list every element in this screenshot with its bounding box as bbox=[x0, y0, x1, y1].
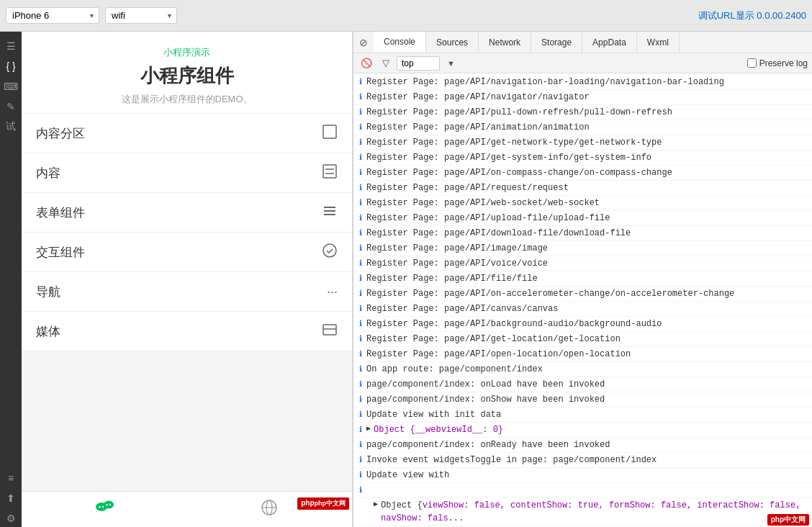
php-watermark: phpphp中文网 bbox=[297, 497, 349, 510]
console-text: Update view with init data bbox=[366, 408, 501, 421]
php-text: php bbox=[301, 499, 314, 507]
console-text: page/component/index: onReady have been … bbox=[366, 438, 610, 451]
sidebar-icon-pages[interactable]: ≡ bbox=[2, 469, 19, 487]
device-select[interactable]: iPhone 6 iPhone 5 iPhone 6 Plus iPad bbox=[6, 7, 99, 24]
tab-network[interactable]: Network bbox=[479, 32, 531, 53]
clear-console-button[interactable]: 🚫 bbox=[358, 56, 375, 70]
preserve-log-label: Preserve log bbox=[747, 58, 808, 68]
menu-item-nav[interactable]: 导航 ··· bbox=[22, 272, 352, 312]
menu-item-content-section[interactable]: 内容分区 bbox=[22, 114, 352, 153]
sidebar-icon-test[interactable]: 试 bbox=[2, 118, 19, 135]
sidebar-icon-2[interactable]: { } bbox=[2, 58, 19, 75]
phone-desc: 这是展示小程序组件的DEMO。 bbox=[22, 93, 352, 106]
console-line: ℹ Register Page: page/API/canvas/canvas bbox=[353, 302, 812, 317]
console-text: Register Page: page/API/get-system-info/… bbox=[366, 151, 651, 164]
phone-area: 小程序演示 小程序组件 这是展示小程序组件的DEMO。 内容分区 内容 bbox=[22, 32, 353, 527]
console-line-object1[interactable]: ℹ ▶ Object {__webviewId__: 0} bbox=[353, 423, 812, 438]
phone-title: 小程序组件 bbox=[22, 63, 352, 89]
console-line-object2[interactable]: ▶ Object {viewShow: false, contentShow: … bbox=[353, 498, 812, 526]
tab-storage[interactable]: Storage bbox=[531, 32, 582, 53]
main-layout: ☰ { } ⌨ ✎ 试 ≡ ⬆ ⚙ 小程序演示 小程序组件 这是展示小程序组件的… bbox=[0, 32, 812, 527]
console-line: ℹ Register Page: page/API/on-compass-cha… bbox=[353, 166, 812, 181]
console-line: ℹ Register Page: page/API/background-aud… bbox=[353, 317, 812, 332]
console-text: Register Page: page/API/get-network-type… bbox=[366, 136, 662, 149]
svg-point-15 bbox=[109, 503, 111, 505]
console-text: Register Page: page/API/on-accelerometer… bbox=[366, 287, 734, 300]
menu-item-media[interactable]: 媒体 bbox=[22, 312, 352, 351]
menu-item-interact[interactable]: 交互组件 bbox=[22, 233, 352, 272]
preserve-log-checkbox[interactable] bbox=[747, 58, 757, 68]
info-icon: ℹ bbox=[359, 137, 362, 149]
url-display: 调试URL显示 0.0.00.2400 bbox=[698, 9, 806, 22]
console-line: ℹ Register Page: page/API/get-system-inf… bbox=[353, 150, 812, 166]
info-icon: ℹ bbox=[359, 212, 362, 225]
sidebar-icon-3[interactable]: ⌨ bbox=[2, 78, 19, 95]
filter-dropdown-arrow[interactable]: ▼ bbox=[447, 59, 455, 68]
console-text: Register Page: page/API/request/request bbox=[366, 181, 569, 194]
info-icon: ℹ bbox=[359, 122, 362, 134]
devtools-filterbar: 🚫 ▽ ▼ Preserve log bbox=[353, 53, 812, 73]
console-text: page/component/index: onLoad have been i… bbox=[366, 378, 605, 391]
info-icon: ℹ bbox=[359, 76, 362, 89]
tab-wxml[interactable]: Wxml bbox=[637, 32, 680, 53]
expand-arrow[interactable]: ▶ bbox=[366, 423, 371, 434]
info-icon: ℹ bbox=[359, 424, 362, 436]
sidebar-icon-1[interactable]: ☰ bbox=[2, 37, 19, 55]
tab-console[interactable]: Console bbox=[374, 32, 426, 53]
console-text: Register Page: page/API/pull-down-refres… bbox=[366, 106, 672, 119]
tab-wechat-icon[interactable] bbox=[94, 497, 114, 522]
filter-icon[interactable]: ▽ bbox=[379, 56, 392, 70]
menu-label-form: 表单组件 bbox=[36, 204, 85, 221]
console-text: Register Page: page/API/voice/voice bbox=[366, 257, 548, 270]
console-text: Register Page: page/API/file/file bbox=[366, 272, 538, 285]
svg-point-13 bbox=[102, 505, 104, 507]
preserve-log-text: Preserve log bbox=[759, 58, 808, 68]
console-text: Register Page: page/API/animation/animat… bbox=[366, 121, 590, 134]
console-text: Register Page: page/API/upload-file/uplo… bbox=[366, 212, 610, 225]
menu-icon-interact bbox=[322, 243, 338, 262]
svg-rect-0 bbox=[323, 125, 336, 138]
sidebar-icon-edit[interactable]: ✎ bbox=[2, 98, 19, 115]
network-selector-wrapper: wifi 3G 4G offline bbox=[105, 7, 177, 24]
svg-rect-1 bbox=[323, 165, 336, 178]
left-sidebar: ☰ { } ⌨ ✎ 试 ≡ ⬆ ⚙ bbox=[0, 32, 22, 527]
filter-input[interactable] bbox=[397, 56, 440, 71]
console-line: ℹ Register Page: page/API/pull-down-refr… bbox=[353, 105, 812, 120]
svg-point-11 bbox=[104, 500, 114, 508]
menu-item-content[interactable]: 内容 bbox=[22, 153, 352, 193]
info-icon: ℹ bbox=[359, 454, 362, 467]
console-text: Register Page: page/API/on-compass-chang… bbox=[366, 166, 672, 179]
info-icon: ℹ bbox=[359, 409, 362, 421]
tab-discover-icon[interactable] bbox=[259, 497, 279, 522]
devtools-php-watermark: php中文网 bbox=[767, 514, 809, 526]
expand-arrow[interactable]: ▶ bbox=[374, 499, 378, 510]
phone-content: 小程序演示 小程序组件 这是展示小程序组件的DEMO。 内容分区 内容 bbox=[22, 32, 352, 491]
info-icon: ℹ bbox=[359, 333, 362, 346]
sidebar-icon-settings[interactable]: ⚙ bbox=[2, 510, 19, 527]
info-icon: ℹ bbox=[359, 318, 362, 330]
console-text-obj2: Object {viewShow: false, contentShow: tr… bbox=[381, 499, 806, 525]
tab-appdata[interactable]: AppData bbox=[582, 32, 637, 53]
devtools-close-icon[interactable]: ⊘ bbox=[353, 32, 374, 53]
info-icon: ℹ bbox=[359, 303, 362, 315]
info-icon: ℹ bbox=[359, 394, 362, 406]
info-icon: ℹ bbox=[359, 273, 362, 285]
network-select[interactable]: wifi 3G 4G offline bbox=[105, 7, 177, 24]
menu-item-form[interactable]: 表单组件 bbox=[22, 193, 352, 233]
tab-sources[interactable]: Sources bbox=[426, 32, 479, 53]
sidebar-icon-save[interactable]: ⬆ bbox=[2, 490, 19, 507]
console-line: ℹ Register Page: page/API/request/reques… bbox=[353, 181, 812, 196]
info-icon: ℹ bbox=[359, 107, 362, 119]
devtools-wrapper: ⊘ Console Sources Network Storage AppDat… bbox=[353, 32, 812, 527]
devtools-panel: ⊘ Console Sources Network Storage AppDat… bbox=[353, 32, 812, 527]
console-text: Register Page: page/API/canvas/canvas bbox=[366, 302, 558, 315]
device-selector-wrapper: iPhone 6 iPhone 5 iPhone 6 Plus iPad bbox=[6, 7, 99, 24]
svg-point-12 bbox=[99, 505, 100, 507]
menu-icon-nav: ··· bbox=[327, 284, 338, 299]
console-text: Register Page: page/API/get-location/get… bbox=[366, 333, 621, 346]
console-line: ℹ Register Page: page/API/voice/voice bbox=[353, 256, 812, 271]
info-icon: ℹ bbox=[359, 348, 362, 361]
info-icon: ℹ bbox=[359, 439, 362, 451]
menu-icon-content bbox=[322, 163, 338, 183]
menu-label-media: 媒体 bbox=[36, 323, 60, 340]
